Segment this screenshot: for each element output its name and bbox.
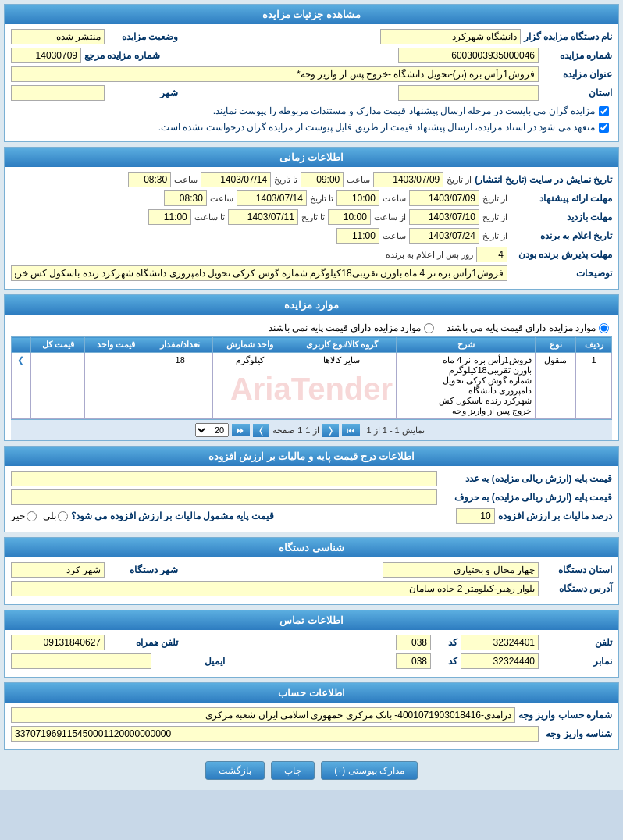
page-last-btn[interactable]: ⏭ [232,424,250,436]
section-moavared-header: موارد مزایده [5,295,618,315]
time-row-mohlat: مهلت پذیرش برنده بودن روز پس از اعلام به… [11,247,612,262]
checkbox-1[interactable] [599,106,609,116]
section-contact-header: اطلاعات تماس [5,610,618,630]
row-mashmo: درصد مالیات بر ارزش افزوده قیمت پایه مشم… [11,508,612,524]
telefon-code-input[interactable] [396,635,431,650]
page-next-btn[interactable]: ❭ [253,424,269,437]
time-row-2: مهلت بازدید از تاریخ از ساعت تا تاریخ تا… [11,209,612,225]
to-time-0[interactable] [128,172,171,187]
to-time-2[interactable] [148,209,191,225]
section-time: اطلاعات زمانی تاریخ نمایش در سایت (تاریخ… [4,147,619,290]
page-size-select[interactable]: 20 50 100 [195,423,229,437]
checkbox-row-2: متعهد می شود در اسناد مزایده، ارسال پیشن… [11,120,612,134]
bali-text: بلی [43,511,56,521]
checkbox-1-text: مزایده گران می بایست در مرحله ارسال پیشن… [213,105,595,116]
pagination-bar: نمایش 1 - 1 از 1 ⏮ ❬ از 1 1 صفحه ❭ ⏭ 20 … [11,419,612,440]
cell-no3: منقول [535,353,576,419]
namabar-code-input[interactable] [396,653,431,669]
hesab-input[interactable] [11,707,515,723]
kheyr-text: خیر [11,511,25,521]
namabar-input[interactable] [461,653,539,669]
gheymat-horof-input[interactable] [11,489,437,505]
cell-vahed: کیلوگرم [212,353,287,419]
time-label-1: مهلت ارائه پیشنهاد [511,193,612,204]
moavared-table-container: AriaTender ردیف نوع شرح گروه کالا/نوع کا… [11,336,612,440]
gheymat-horof-label: قیمت پایه (ارزش ریالی مزایده) به حروف [440,492,612,503]
moavared-radio-2[interactable] [424,323,434,333]
checkbox-2[interactable] [599,123,609,133]
moavared-radio-1[interactable] [599,323,609,333]
section-contact: اطلاعات تماس تلفن کد تلفن همراه نمابر کد… [4,610,619,678]
ostan-label: استان [542,87,612,98]
row-gheymat-adad: قیمت پایه (ارزش ریالی مزایده) به عدد [11,471,612,486]
shenase-input[interactable] [11,726,539,742]
mobile-input[interactable] [11,635,105,650]
page-total: 1 [305,425,310,435]
to-date-2[interactable] [228,209,298,225]
mohlat-label: مهلت پذیرش برنده بودن [511,249,612,260]
to-time-1[interactable] [164,190,207,206]
from-date-1[interactable] [409,190,479,206]
vaziat-label: وضعیت مزایده [108,31,178,42]
section-dastgah-header: شناسی دستگاه [5,538,618,557]
moavared-option-1: موارد مزایده دارای قیمت پایه می باشند [447,322,609,333]
from-time-1[interactable] [336,190,379,206]
moavared-option-2-label: موارد مزایده دارای قیمت پایه نمی باشند [269,322,421,333]
page-label: صفحه [272,425,294,436]
radio-bali[interactable] [58,511,68,521]
shahr-dastgah-input[interactable] [11,562,105,578]
moavared-table: ردیف نوع شرح گروه کالا/نوع کاربری واحد ش… [11,336,612,419]
col-goroh: گروه کالا/نوع کاربری [287,337,397,353]
col-no3: نوع [535,337,576,353]
mashmo-label: قیمت پایه مشمول مالیات بر ارزش افزوده می… [71,511,274,521]
time-label-0: تاریخ نمایش در سایت (تاریخ انتشار) [475,174,612,185]
shomare-maraje-input[interactable] [11,48,81,63]
from-date-3[interactable] [409,228,479,244]
ostan-dastgah-input[interactable] [383,562,539,578]
telefon-input[interactable] [461,635,539,650]
row-gheymat-horof: قیمت پایه (ارزش ریالی مزایده) به حروف [11,489,612,505]
section-dastgah: شناسی دستگاه استان دستگاه شهر دستگاه آدر… [4,537,619,605]
page-first-btn[interactable]: ⏮ [342,424,360,436]
telefon-code-label: کد [434,637,457,648]
darsad-input[interactable] [456,508,495,524]
cell-gheymat-vahed [85,353,148,419]
shomare-mzayede-input[interactable] [398,48,539,63]
naam-dastgah-label: نام دستگاه مزایده گزار [524,31,612,42]
section-price-header: اطلاعات درج قیمت پایه و مالیات بر ارزش ا… [5,447,618,466]
from-time-2[interactable] [328,209,371,225]
onvan-input[interactable] [11,66,539,82]
gheymat-adad-input[interactable] [11,471,437,486]
to-date-0[interactable] [201,172,271,187]
section-time-header: اطلاعات زمانی [5,148,618,167]
from-time-0[interactable] [301,172,344,187]
page-prev-btn[interactable]: ❬ [322,424,339,437]
email-input[interactable] [11,653,151,669]
section-details-header: مشاهده جزئیات مزایده [5,5,618,24]
to-date-1[interactable] [237,190,307,206]
radio-bali-label[interactable]: بلی [43,511,68,521]
tozi-input[interactable] [11,265,507,281]
from-date-2[interactable] [409,209,479,225]
bazgasht-button[interactable]: بازگشت [205,761,265,780]
address-dastgah-input[interactable] [11,581,539,596]
vaziat-input[interactable] [11,29,105,44]
address-dastgah-label: آدرس دستگاه [542,583,612,594]
row-address-dastgah: آدرس دستگاه [11,581,612,596]
cell-radif: 1 [576,353,612,419]
from-time-3[interactable] [336,228,379,244]
radio-kheyr-label[interactable]: خیر [11,511,37,521]
ostan-input[interactable] [398,85,539,101]
madarek-button[interactable]: مدارک پیوستی (۰) [321,761,418,780]
shahr-input[interactable] [11,85,105,101]
radio-kheyr[interactable] [27,511,37,521]
mohlat-value[interactable] [476,247,507,262]
shomare-mzayede-label: شماره مزایده [542,50,612,61]
from-date-0[interactable] [373,172,443,187]
hesab-label: شماره حساب واریز وجه [518,710,612,721]
time-row-tozi: توضیحات [11,265,612,281]
cell-action[interactable]: ❯ [12,353,31,419]
naam-dastgah-input[interactable] [380,29,521,44]
page-showing: نمایش 1 - 1 از 1 [363,424,427,437]
chap-button[interactable]: چاپ [271,761,315,780]
